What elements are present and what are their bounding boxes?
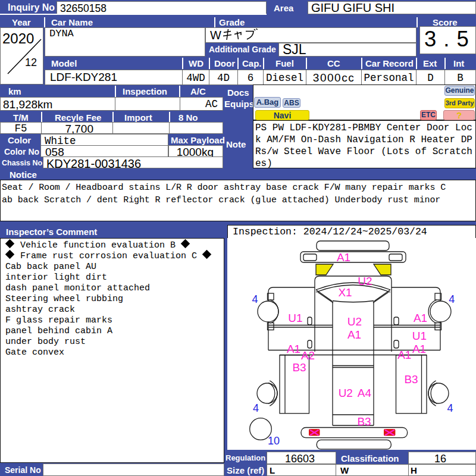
svg-text:A1: A1	[337, 251, 350, 264]
svg-text:4: 4	[252, 293, 258, 305]
svg-text:U2: U2	[358, 275, 372, 287]
svg-text:X1: X1	[338, 286, 352, 299]
svg-text:A1: A1	[347, 328, 361, 341]
svg-text:4: 4	[447, 402, 453, 414]
svg-text:4: 4	[253, 402, 259, 414]
svg-text:B3: B3	[357, 415, 371, 428]
svg-text:A1: A1	[414, 312, 427, 324]
svg-text:U2: U2	[347, 315, 362, 328]
svg-text:U2: U2	[339, 387, 353, 399]
svg-text:A2: A2	[301, 349, 315, 362]
svg-text:10: 10	[268, 435, 280, 447]
svg-text:4: 4	[449, 293, 455, 305]
svg-text:B3: B3	[404, 373, 418, 386]
svg-text:A1: A1	[287, 343, 300, 355]
svg-text:A1: A1	[412, 343, 426, 355]
svg-text:A1: A1	[397, 349, 411, 361]
svg-text:A4: A4	[358, 387, 372, 399]
svg-text:U1: U1	[288, 312, 302, 324]
svg-text:U1: U1	[412, 330, 427, 342]
svg-text:B3: B3	[292, 361, 306, 374]
